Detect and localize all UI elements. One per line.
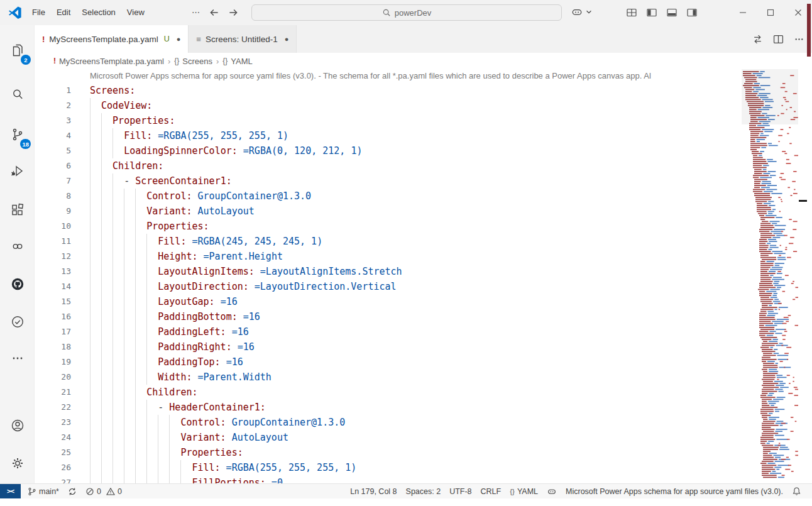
language-mode[interactable]: {} YAML xyxy=(505,487,542,496)
line-number: 23 xyxy=(35,415,90,430)
sync-button[interactable] xyxy=(63,484,81,498)
code-line-16[interactable]: PaddingBottom: =16 xyxy=(90,309,812,324)
line-number: 9 xyxy=(35,204,90,219)
code-line-1[interactable]: Screens: xyxy=(90,83,812,98)
sidebar-item-power-platform[interactable] xyxy=(0,233,35,260)
yaml-schema-status[interactable]: Microsoft Power Apps schema for app sour… xyxy=(561,487,787,496)
menu-overflow[interactable]: ⋯ xyxy=(186,4,206,21)
code-area[interactable]: Screens:CodeView:Properties:Fill: =RGBA(… xyxy=(90,83,812,483)
remote-indicator[interactable]: >< xyxy=(0,484,21,498)
more-views-button[interactable] xyxy=(0,344,35,372)
sidebar-item-run-debug[interactable] xyxy=(0,157,35,185)
overview-ruler-error-stripe xyxy=(807,4,811,57)
code-line-18[interactable]: PaddingRight: =16 xyxy=(90,339,812,355)
back-arrow-icon[interactable] xyxy=(209,7,220,18)
line-number: 1 xyxy=(35,83,90,98)
code-line-6[interactable]: Children: xyxy=(90,158,812,173)
dirty-indicator[interactable]: ● xyxy=(285,35,289,43)
scrollbar[interactable] xyxy=(798,69,812,483)
warning-file-icon: ! xyxy=(42,35,45,44)
code-line-11[interactable]: Fill: =RGBA(245, 245, 245, 1) xyxy=(90,234,812,249)
error-icon xyxy=(85,487,94,496)
code-line-23[interactable]: Control: GroupContainer@1.3.0 xyxy=(90,415,812,430)
split-editor-icon[interactable] xyxy=(773,34,784,45)
menu-selection[interactable]: Selection xyxy=(76,4,121,21)
branch-status[interactable]: main* xyxy=(23,484,63,498)
notifications-bell[interactable] xyxy=(787,487,806,496)
editor-tab-1[interactable]: !MyScreensTemplate.pa.yamlU● xyxy=(35,25,189,53)
maximize-button[interactable] xyxy=(757,0,784,25)
toggle-primary-sidebar-icon[interactable] xyxy=(646,7,657,18)
code-line-19[interactable]: PaddingTop: =16 xyxy=(90,355,812,370)
github-icon xyxy=(10,277,25,292)
code-line-2[interactable]: CodeView: xyxy=(90,98,812,113)
toggle-panel-icon[interactable] xyxy=(666,7,678,18)
eol-status[interactable]: CRLF xyxy=(476,487,506,496)
code-line-3[interactable]: Properties: xyxy=(90,113,812,128)
command-center-search[interactable]: powerDev xyxy=(251,4,562,21)
code-line-25[interactable]: Properties: xyxy=(90,445,812,460)
dirty-indicator[interactable]: ● xyxy=(177,35,181,43)
menu-file[interactable]: File xyxy=(26,4,51,21)
encoding-status[interactable]: UTF-8 xyxy=(445,487,476,496)
sidebar-item-approvals[interactable] xyxy=(0,308,35,336)
braces-icon: {} xyxy=(510,488,515,495)
sidebar-item-search[interactable] xyxy=(0,80,35,108)
more-actions-icon[interactable] xyxy=(794,34,804,45)
copilot-status[interactable] xyxy=(542,487,561,497)
minimize-button[interactable] xyxy=(729,0,757,25)
chevron-down-icon[interactable] xyxy=(585,8,593,16)
compare-changes-icon[interactable] xyxy=(752,34,763,45)
copilot-icon[interactable] xyxy=(571,6,583,18)
code-line-24[interactable]: Variant: AutoLayout xyxy=(90,430,812,445)
code-line-4[interactable]: Fill: =RGBA(255, 255, 255, 1) xyxy=(90,128,812,143)
breadcrumb-item[interactable]: {}Screens xyxy=(174,57,212,66)
settings-gear-icon xyxy=(10,456,25,471)
line-number: 5 xyxy=(35,143,90,158)
code-line-20[interactable]: Width: =Parent.Width xyxy=(90,370,812,385)
code-line-13[interactable]: LayoutAlignItems: =LayoutAlignItems.Stre… xyxy=(90,264,812,279)
settings-button[interactable] xyxy=(0,449,35,477)
breadcrumb-item[interactable]: !MyScreensTemplate.pa.yaml xyxy=(53,57,164,66)
line-number: 7 xyxy=(35,173,90,189)
minimap-slider[interactable] xyxy=(742,69,798,124)
sidebar-item-github[interactable] xyxy=(0,270,35,298)
minimap[interactable] xyxy=(742,69,798,479)
line-number: 12 xyxy=(35,249,90,264)
code-line-14[interactable]: LayoutDirection: =LayoutDirection.Vertic… xyxy=(90,279,812,294)
menu-edit[interactable]: Edit xyxy=(51,4,76,21)
code-line-21[interactable]: Children: xyxy=(90,385,812,400)
code-line-27[interactable]: FillPortions: =0 xyxy=(90,475,812,483)
account-button[interactable] xyxy=(0,412,35,439)
customize-layout-icon[interactable] xyxy=(626,7,637,18)
code-line-12[interactable]: Height: =Parent.Height xyxy=(90,249,812,264)
scrollbar-mark xyxy=(799,200,807,202)
menu-view[interactable]: View xyxy=(121,4,150,21)
problems-status[interactable]: 0 0 xyxy=(81,484,126,498)
symbol-object-icon: {} xyxy=(222,57,228,65)
editor-tab-2[interactable]: ≡Screens: Untitled-1● xyxy=(189,25,297,53)
code-line-22[interactable]: - HeaderContainer1: xyxy=(90,400,812,415)
sidebar-item-source-control[interactable]: 18 xyxy=(0,121,35,148)
language-label: YAML xyxy=(517,487,538,496)
line-number: 11 xyxy=(35,234,90,249)
code-line-5[interactable]: LoadingSpinnerColor: =RGBA(0, 120, 212, … xyxy=(90,143,812,158)
sidebar-item-extensions[interactable] xyxy=(0,196,35,224)
breadcrumb-item[interactable]: {}YAML xyxy=(222,57,252,66)
line-number: 14 xyxy=(35,279,90,294)
forward-arrow-icon[interactable] xyxy=(228,7,239,18)
toggle-secondary-sidebar-icon[interactable] xyxy=(686,7,698,18)
sidebar-item-explorer[interactable]: 2 xyxy=(0,36,35,64)
copilot-icon xyxy=(547,487,557,497)
code-line-8[interactable]: Control: GroupContainer@1.3.0 xyxy=(90,189,812,204)
indentation-status[interactable]: Spaces: 2 xyxy=(402,487,446,496)
breadcrumb-label: YAML xyxy=(231,57,252,66)
code-line-26[interactable]: Fill: =RGBA(255, 255, 255, 1) xyxy=(90,460,812,475)
code-line-10[interactable]: Properties: xyxy=(90,219,812,234)
code-line-9[interactable]: Variant: AutoLayout xyxy=(90,204,812,219)
code-line-15[interactable]: LayoutGap: =16 xyxy=(90,294,812,309)
search-icon xyxy=(382,8,391,17)
cursor-position[interactable]: Ln 179, Col 8 xyxy=(346,487,401,496)
code-line-17[interactable]: PaddingLeft: =16 xyxy=(90,324,812,339)
code-line-7[interactable]: - ScreenContainer1: xyxy=(90,173,812,189)
